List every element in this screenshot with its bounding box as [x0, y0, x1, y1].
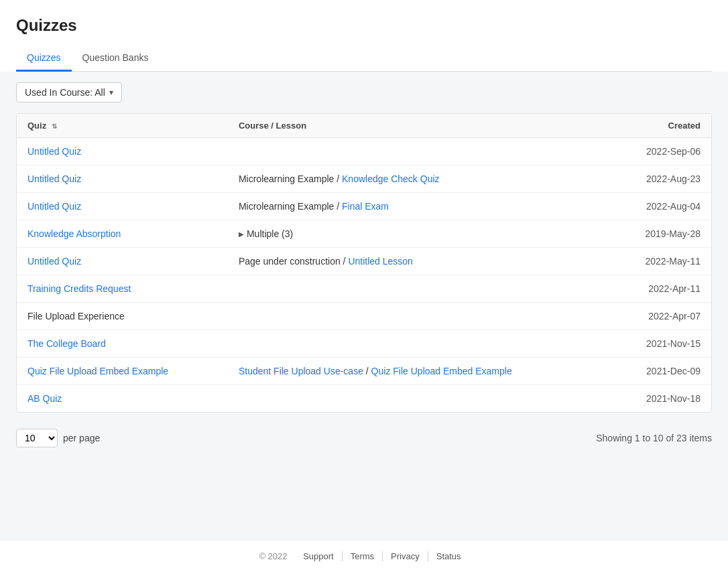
filter-label: Used In Course: All — [25, 87, 105, 98]
quiz-link-5[interactable]: Training Credits Request — [27, 283, 131, 294]
cell-quiz-0: Untitled Quiz — [17, 138, 228, 165]
cell-course-8: Student File Upload Use-case / Quiz File… — [228, 358, 611, 385]
footer-link-status[interactable]: Status — [428, 551, 469, 561]
quiz-table: Quiz ⇅ Course / Lesson Created Untitled … — [17, 114, 711, 412]
per-page-select[interactable]: 10 25 50 100 — [16, 429, 58, 447]
table-row: Untitled QuizMicrolearning Example / Kno… — [17, 165, 711, 193]
cell-course-4: Page under construction / Untitled Lesso… — [228, 248, 611, 275]
cell-date-6: 2022-Apr-07 — [611, 303, 711, 330]
footer-link-terms[interactable]: Terms — [343, 551, 383, 561]
table-row: Training Credits Request2022-Apr-11 — [17, 275, 711, 303]
cell-quiz-8: Quiz File Upload Embed Example — [17, 358, 228, 385]
cell-course-3: ▶Multiple (3) — [228, 220, 611, 248]
tab-quizzes[interactable]: Quizzes — [16, 46, 72, 72]
page-title: Quizzes — [16, 16, 712, 35]
col-header-course-lesson: Course / Lesson — [228, 114, 611, 138]
cell-quiz-7: The College Board — [17, 330, 228, 358]
separator-1: / — [334, 173, 342, 184]
footer-links: Support Terms Privacy Status — [295, 551, 469, 561]
triangle-icon: ▶ — [239, 230, 244, 238]
page-header: Quizzes Quizzes Question Banks — [0, 0, 728, 72]
tab-question-banks[interactable]: Question Banks — [72, 46, 160, 72]
course-link-8[interactable]: Student File Upload Use-case — [239, 366, 363, 376]
pagination-bar: 10 25 50 100 per page Showing 1 to 10 of… — [16, 421, 712, 455]
table-row: Untitled Quiz2022-Sep-06 — [17, 138, 711, 165]
content-area: Used In Course: All ▾ Quiz ⇅ Course / Le… — [0, 72, 728, 541]
cell-date-8: 2021-Dec-09 — [611, 358, 711, 385]
quiz-link-2[interactable]: Untitled Quiz — [27, 201, 81, 212]
table-row: Untitled QuizPage under construction / U… — [17, 248, 711, 275]
copyright-text: © 2022 — [259, 551, 287, 561]
cell-date-4: 2022-May-11 — [611, 248, 711, 275]
table-header-row: Quiz ⇅ Course / Lesson Created — [17, 114, 711, 138]
cell-quiz-9: AB Quiz — [17, 385, 228, 413]
quiz-link-9[interactable]: AB Quiz — [27, 393, 62, 404]
cell-date-0: 2022-Sep-06 — [611, 138, 711, 165]
cell-quiz-4: Untitled Quiz — [17, 248, 228, 275]
cell-quiz-5: Training Credits Request — [17, 275, 228, 303]
cell-date-3: 2019-May-28 — [611, 220, 711, 248]
col-header-created: Created — [611, 114, 711, 138]
cell-quiz-6: File Upload Experience — [17, 303, 228, 330]
quiz-link-4[interactable]: Untitled Quiz — [27, 256, 81, 267]
lesson-link-8[interactable]: Quiz File Upload Embed Example — [371, 366, 512, 376]
cell-course-2: Microlearning Example / Final Exam — [228, 193, 611, 220]
col-header-quiz[interactable]: Quiz ⇅ — [17, 114, 228, 138]
quiz-text-6: File Upload Experience — [27, 311, 125, 321]
quiz-link-8[interactable]: Quiz File Upload Embed Example — [27, 366, 168, 376]
tab-bar: Quizzes Question Banks — [16, 46, 712, 72]
chevron-down-icon: ▾ — [109, 88, 113, 97]
cell-course-6 — [228, 303, 611, 330]
course-filter-dropdown[interactable]: Used In Course: All ▾ — [16, 82, 122, 102]
table-row: Quiz File Upload Embed ExampleStudent Fi… — [17, 358, 711, 385]
lesson-link-4[interactable]: Untitled Lesson — [348, 256, 413, 267]
separator-4: / — [341, 256, 349, 267]
filter-bar: Used In Course: All ▾ — [16, 82, 712, 102]
quiz-table-container: Quiz ⇅ Course / Lesson Created Untitled … — [16, 113, 712, 413]
multiple-label: Multiple (3) — [247, 228, 293, 239]
separator-2: / — [334, 201, 342, 212]
table-row: Knowledge Absorption▶Multiple (3)2019-Ma… — [17, 220, 711, 248]
quiz-link-3[interactable]: Knowledge Absorption — [27, 228, 121, 239]
cell-quiz-2: Untitled Quiz — [17, 193, 228, 220]
page-footer: © 2022 Support Terms Privacy Status — [0, 540, 728, 572]
cell-date-5: 2022-Apr-11 — [611, 275, 711, 303]
cell-date-9: 2021-Nov-18 — [611, 385, 711, 413]
table-row: File Upload Experience2022-Apr-07 — [17, 303, 711, 330]
sort-icon-quiz: ⇅ — [52, 123, 57, 130]
table-row: AB Quiz2021-Nov-18 — [17, 385, 711, 413]
course-text-4: Page under construction — [239, 256, 341, 267]
cell-course-0 — [228, 138, 611, 165]
page-wrapper: Quizzes Quizzes Question Banks Used In C… — [0, 0, 728, 572]
cell-quiz-3: Knowledge Absorption — [17, 220, 228, 248]
cell-date-2: 2022-Aug-04 — [611, 193, 711, 220]
per-page-label: per page — [63, 433, 100, 443]
footer-link-privacy[interactable]: Privacy — [383, 551, 428, 561]
cell-date-7: 2021-Nov-15 — [611, 330, 711, 358]
course-text-1: Microlearning Example — [239, 173, 334, 184]
cell-course-7 — [228, 330, 611, 358]
separator-8: / — [363, 366, 371, 376]
cell-course-1: Microlearning Example / Knowledge Check … — [228, 165, 611, 193]
quiz-link-1[interactable]: Untitled Quiz — [27, 173, 81, 184]
cell-course-5 — [228, 275, 611, 303]
table-row: The College Board2021-Nov-15 — [17, 330, 711, 358]
multiple-toggle-3[interactable]: ▶Multiple (3) — [239, 228, 601, 239]
cell-course-9 — [228, 385, 611, 413]
course-text-2: Microlearning Example — [239, 201, 334, 212]
quiz-link-7[interactable]: The College Board — [27, 338, 106, 349]
quiz-link-0[interactable]: Untitled Quiz — [27, 146, 81, 157]
showing-text: Showing 1 to 10 of 23 items — [596, 433, 712, 443]
footer-link-support[interactable]: Support — [295, 551, 343, 561]
cell-date-1: 2022-Aug-23 — [611, 165, 711, 193]
cell-quiz-1: Untitled Quiz — [17, 165, 228, 193]
lesson-link-2[interactable]: Final Exam — [342, 201, 389, 212]
lesson-link-1[interactable]: Knowledge Check Quiz — [342, 173, 440, 184]
table-row: Untitled QuizMicrolearning Example / Fin… — [17, 193, 711, 220]
